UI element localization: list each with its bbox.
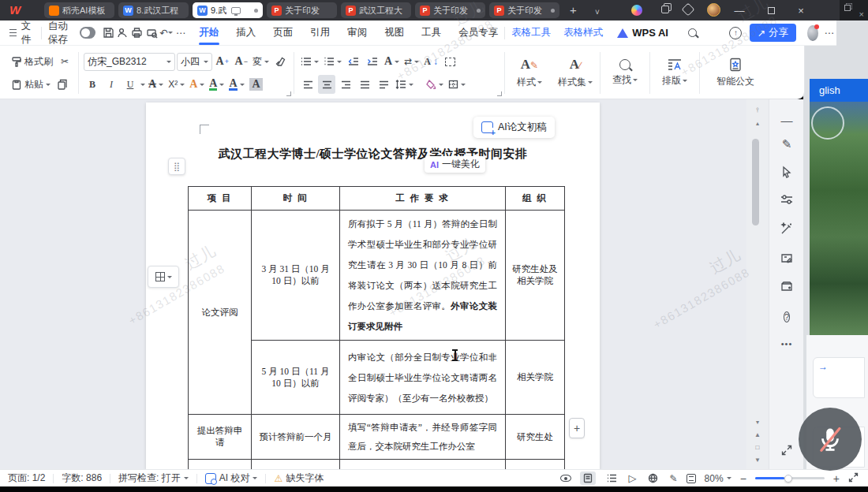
edit-pen-icon[interactable]: ✎ <box>670 473 678 484</box>
search-icon[interactable] <box>686 24 698 42</box>
tab-insert[interactable]: 插入 <box>236 20 256 46</box>
increase-indent-icon[interactable] <box>364 52 381 71</box>
more-quick-icon[interactable]: ⋯ <box>174 24 187 42</box>
scroll-up-icon[interactable]: ▴ <box>756 117 759 129</box>
tab-pdf-1[interactable]: P 关于印发 <box>267 2 337 18</box>
text-tool-icon[interactable]: A <box>383 52 401 71</box>
font-dialog-launcher[interactable] <box>286 91 291 96</box>
tab-page[interactable]: 页面 <box>273 20 293 46</box>
sliders-icon[interactable] <box>769 194 804 207</box>
notes-pen-icon[interactable] <box>769 252 804 266</box>
copy-icon[interactable] <box>54 75 71 94</box>
page-up-icon[interactable]: ▲ <box>754 428 761 441</box>
find-button[interactable]: 查找 <box>602 49 648 97</box>
browse-object-icon[interactable]: □ <box>756 441 760 453</box>
tab-pdf-2[interactable]: P 武汉工程大 <box>341 2 411 18</box>
highlight-color-icon[interactable]: A <box>208 75 226 94</box>
new-tab-button[interactable]: + <box>570 2 577 19</box>
scrollbar-thumb[interactable] <box>752 139 759 226</box>
tab-doc-9-active[interactable]: W 9.武 <box>193 2 263 18</box>
style-set-button[interactable]: A∕ 样式集 <box>552 49 598 97</box>
tab-doc-8[interactable]: W 8.武汉工程 <box>118 2 189 18</box>
show-marks-icon[interactable] <box>441 52 458 71</box>
more-menu-icon[interactable]: ⋯ <box>823 24 836 42</box>
format-painter-button[interactable]: 格式刷 <box>9 52 54 71</box>
web-layout-icon[interactable] <box>645 472 661 485</box>
bold-button[interactable]: B <box>84 75 101 94</box>
tab-view[interactable]: 视图 <box>384 20 404 46</box>
distribute-icon[interactable] <box>375 75 392 94</box>
tab-reference[interactable]: 引用 <box>310 20 330 46</box>
justify-icon[interactable] <box>356 75 373 94</box>
decrease-font-icon[interactable]: A− <box>233 52 250 71</box>
print-preview-icon[interactable] <box>145 24 158 42</box>
select-cursor-icon[interactable] <box>769 166 804 181</box>
play-icon[interactable]: ▷ <box>629 472 637 484</box>
magic-wand-icon[interactable] <box>769 222 804 237</box>
smart-doc-button[interactable]: 智能公文 <box>702 49 769 97</box>
tab-docer-template[interactable]: 稻壳AI模板 <box>44 2 114 18</box>
char-shading-icon[interactable]: A <box>248 75 265 94</box>
page-down-icon[interactable]: ▼ <box>754 453 761 466</box>
decrease-indent-icon[interactable] <box>345 52 362 71</box>
phonetic-guide-icon[interactable]: 変 <box>252 52 270 71</box>
tab-table-tools[interactable]: 表格工具 <box>511 20 551 46</box>
text-effects-icon[interactable]: A <box>188 75 206 94</box>
font-name-select[interactable]: 仿宋_GB2312 <box>84 53 175 71</box>
align-right-icon[interactable] <box>337 75 354 94</box>
ai-draft-button[interactable]: AI论文初稿 <box>473 117 555 138</box>
zoom-in-icon[interactable]: + <box>833 472 840 485</box>
card-settings-icon[interactable] <box>769 281 804 295</box>
align-center-icon[interactable] <box>318 75 335 94</box>
mute-microphone-overlay[interactable] <box>799 408 862 471</box>
tab-pdf-4[interactable]: P 关于印发 <box>489 2 559 18</box>
wps-ai-button[interactable]: WPS AI <box>617 27 668 39</box>
schedule-table[interactable]: 项 目 时 间 工 作 要 求 组 织 论文评阅 3 月 31 日（10 月 1… <box>188 186 565 469</box>
font-size-select[interactable]: 小四 <box>177 53 212 71</box>
zoom-slider-knob[interactable] <box>784 475 792 483</box>
paragraph-dialog-launcher[interactable] <box>497 91 502 96</box>
file-menu[interactable]: 文件 <box>21 20 35 47</box>
link-card[interactable]: → <box>813 357 865 398</box>
share-button[interactable]: ↗分享 <box>750 24 796 42</box>
fit-page-icon[interactable] <box>687 474 696 483</box>
print-icon[interactable] <box>131 24 144 42</box>
ai-proofread[interactable]: AI 校对 <box>205 472 258 485</box>
document-page[interactable]: 武汉工程大学博士/硕士学位论文答辩及学位授予时间安排 ⣿ 项 目 时 间 工 作… <box>146 102 600 469</box>
fullscreen-icon[interactable] <box>848 472 859 485</box>
table-border-tool[interactable] <box>148 266 179 288</box>
tab-review[interactable]: 审阅 <box>347 20 367 46</box>
account-avatar[interactable] <box>707 3 720 17</box>
zoom-out-icon[interactable]: − <box>740 472 746 485</box>
strikethrough-button[interactable]: A <box>147 75 165 94</box>
tab-table-style[interactable]: 表格样式 <box>563 20 603 46</box>
zoom-level[interactable]: 80% <box>705 473 731 484</box>
tab-list-chevron[interactable]: ˅ <box>595 4 600 21</box>
typeset-button[interactable]: 排版 <box>652 49 698 97</box>
superscript-button[interactable]: X² <box>166 75 186 94</box>
wps-logo[interactable]: W <box>9 3 21 17</box>
maximize-button[interactable] <box>759 0 783 20</box>
page-indicator[interactable]: 页面: 1/2 <box>8 472 45 485</box>
align-left-icon[interactable] <box>299 75 316 94</box>
pen-icon[interactable]: ✎ <box>769 137 804 151</box>
shading-icon[interactable] <box>425 75 445 94</box>
upload-cloud-icon[interactable]: ↑ <box>729 24 742 42</box>
cjk-layout-icon[interactable]: ⇄ <box>402 52 421 71</box>
apps-box-icon[interactable] <box>682 3 695 17</box>
bullet-list-icon[interactable] <box>299 52 320 71</box>
restore-icon[interactable] <box>844 5 851 11</box>
close-button[interactable]: × <box>789 0 813 20</box>
close-icon[interactable]: × <box>859 9 864 19</box>
save-icon[interactable] <box>102 24 114 42</box>
numbered-list-icon[interactable] <box>322 52 343 71</box>
underline-button[interactable]: U <box>122 75 139 94</box>
prev-page-icon[interactable]: ⫯ <box>756 104 758 117</box>
font-color-icon[interactable]: A <box>227 75 245 94</box>
tab-home[interactable]: 开始 <box>199 20 219 46</box>
vertical-scrollbar[interactable]: ⫯ ▴ ▾ ▲ □ ▼ <box>746 99 769 469</box>
eye-protect-icon[interactable] <box>560 475 571 482</box>
styles-button[interactable]: A✎ 样式 <box>507 49 552 97</box>
sort-icon[interactable]: A↓ <box>422 52 440 71</box>
theme-icon[interactable] <box>631 5 642 16</box>
